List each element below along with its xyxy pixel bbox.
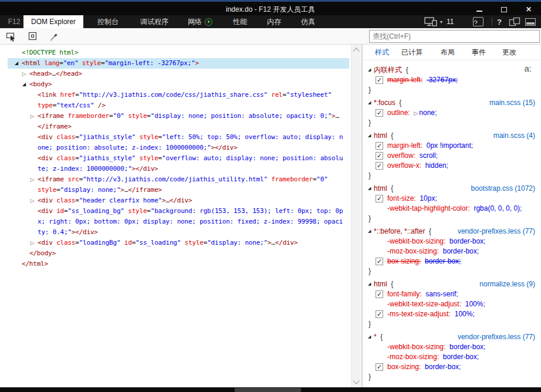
dom-tree-scrollbar[interactable]	[351, 45, 361, 387]
tab-label: 调试程序	[140, 17, 168, 27]
f12-menu-button[interactable]: F12	[5, 15, 23, 28]
styles-tab-styles[interactable]: 样式	[375, 45, 389, 60]
open-console-button[interactable]	[473, 15, 483, 28]
dom-tree-node[interactable]: ◢<html lang="en" style="margin-left: -32…	[0, 58, 351, 69]
property-checkbox[interactable]: ✓	[376, 76, 383, 84]
dom-tree-node[interactable]: ▷<div class="header clearfix home">…</di…	[0, 195, 351, 206]
dom-tree-node[interactable]: ▷<iframe frameborder="0" style="display:…	[0, 111, 351, 121]
attribute-value-token: "stylesheet"	[286, 91, 332, 99]
minimize-button[interactable]	[472, 4, 487, 15]
dom-tree-node[interactable]: ▷<div class="loadingBg" id="ss_loading" …	[0, 238, 351, 248]
tab-console[interactable]: 控制台	[90, 15, 126, 28]
property-checkbox[interactable]: ✓	[376, 152, 383, 160]
help-button[interactable]: ?	[497, 15, 502, 28]
document-mode-selector[interactable]: ▾ 11	[424, 15, 454, 28]
dom-tree-node[interactable]: <!DOCTYPE html>	[0, 48, 351, 58]
property-checkbox[interactable]: ✓	[376, 195, 383, 202]
dom-tree-node[interactable]: x; right: 0px; bottom: 0px; display: non…	[0, 217, 351, 227]
dom-tree-node[interactable]: </iframe>	[0, 121, 351, 132]
dom-node-markup: <div class="jiathis_style" style="overfl…	[0, 153, 351, 164]
collapse-rule-icon[interactable]: ◢	[368, 131, 371, 141]
css-rules-list: ◢内联样式 {✓margin-left: -32767px;}◢*:focus …	[363, 60, 541, 387]
dom-tree-node[interactable]: ▷<iframe src="http://v3.jiathis.com/code…	[0, 174, 351, 185]
dom-tree-node[interactable]: te; z-index: 1000000000;"></div>	[0, 164, 351, 174]
collapse-rule-icon[interactable]: ◢	[368, 65, 371, 75]
dom-tree-node[interactable]: <div id="ss_loading_bg" style="backgroun…	[0, 206, 351, 217]
property-checkbox[interactable]: ✓	[376, 363, 383, 371]
select-element-button[interactable]	[5, 30, 19, 43]
dom-tree-node[interactable]: <link href="http://v3.jiathis.com/code/c…	[0, 90, 351, 100]
collapse-rule-icon[interactable]: ◢	[368, 98, 371, 108]
dom-node-markup: <iframe frameborder="0" style="display: …	[0, 111, 351, 121]
dom-tree-node[interactable]: style="display: none;">…</iframe>	[0, 185, 351, 195]
property-name: margin-left:	[387, 141, 422, 150]
close-button[interactable]: ✕	[521, 4, 536, 15]
collapse-rule-icon[interactable]: ◢	[368, 332, 371, 342]
dom-tree-node[interactable]: </html>	[0, 259, 351, 269]
attribute-name-token: id	[56, 207, 64, 215]
property-value: border-box;	[449, 237, 485, 245]
property-checkbox[interactable]: ✓	[376, 290, 383, 298]
scroll-up-icon[interactable]	[353, 48, 359, 54]
collapse-rule-icon[interactable]: ◢	[368, 184, 371, 194]
styles-tab-layout[interactable]: 布局	[441, 45, 455, 60]
property-checkbox[interactable]: ✓	[376, 142, 383, 150]
scroll-down-icon[interactable]	[353, 377, 359, 384]
property-checkbox[interactable]: ✓	[376, 310, 383, 318]
property-checkbox[interactable]: ✓	[376, 162, 383, 170]
maximize-button[interactable]	[496, 4, 512, 15]
attribute-name-token: style	[139, 133, 158, 141]
expand-value-icon[interactable]: ▷	[414, 110, 418, 116]
stylesheet-link[interactable]: main.scss (4)	[493, 131, 535, 141]
css-property-row: -webkit-box-sizing: border-box;	[363, 236, 541, 246]
dock-button[interactable]	[525, 15, 536, 28]
property-checkbox[interactable]: ✓	[376, 258, 383, 265]
tag-token: ></div>	[72, 228, 98, 236]
stylesheet-link[interactable]: vendor-prefixes.less (77)	[458, 332, 535, 342]
dom-node-markup: </iframe>	[0, 121, 351, 132]
stylesheet-link[interactable]: main.scss (15)	[489, 98, 535, 108]
css-declaration: -moz-box-sizing: border-box;	[363, 352, 541, 362]
styles-tab-computed[interactable]: 已计算	[401, 45, 422, 60]
dom-tree-node[interactable]: <div class="jiathis_style" style="overfl…	[0, 153, 351, 164]
property-value: border-box;	[443, 353, 479, 361]
stylesheet-link[interactable]: bootstrap.css (1072)	[471, 184, 535, 194]
css-rule: ◢html {main.scss (4)✓margin-left: 0px !i…	[363, 131, 541, 181]
tab-debugger[interactable]: 调试程序	[134, 15, 175, 28]
dom-tree-node[interactable]: ◢<body>	[0, 79, 351, 90]
collapse-rule-icon[interactable]: ◢	[368, 227, 371, 236]
collapse-rule-icon[interactable]: ◢	[368, 279, 371, 289]
property-value: 10px;	[420, 194, 437, 202]
dom-tree-node[interactable]: ▷<head>…</head>	[0, 69, 351, 79]
styles-tab-events[interactable]: 事件	[472, 45, 486, 60]
tab-emulation[interactable]: 仿真	[293, 15, 323, 28]
search-input[interactable]	[369, 30, 540, 43]
property-value: sans-serif;	[425, 290, 458, 298]
attribute-name-token: style	[185, 239, 204, 246]
tag-token: </iframe>	[38, 123, 72, 130]
stylesheet-link[interactable]: normalize.less (9)	[479, 279, 535, 289]
color-picker-button[interactable]	[47, 30, 61, 43]
unpin-window-button[interactable]	[509, 15, 521, 28]
tab-network[interactable]: 网络	[181, 15, 219, 28]
tag-token: </iframe>	[128, 186, 162, 194]
css-property-row: ✓margin-left: -32767px;	[363, 75, 541, 85]
dom-tree-node[interactable]: ty: 0.4;"></div>	[0, 227, 351, 238]
attribute-value-token: "margin-left: -32767px;"	[104, 59, 195, 67]
dom-tree-node[interactable]: <div class="jiathis_style" style="left: …	[0, 132, 351, 143]
css-declaration: margin-left: -32767px;	[363, 75, 541, 85]
css-property-row: ✓font-family: sans-serif;	[363, 289, 541, 299]
highlight-elements-button[interactable]	[26, 30, 40, 43]
stylesheet-link[interactable]: vendor-prefixes.less (77)	[458, 227, 535, 236]
dom-node-markup: ty: 0.4;"></div>	[0, 227, 351, 238]
dom-tree-node[interactable]: </body>	[0, 248, 351, 259]
tab-memory[interactable]: 内存	[259, 15, 289, 28]
tab-performance[interactable]: 性能	[225, 15, 255, 28]
dom-tree-node[interactable]: one; position: absolute; z-index: 100000…	[0, 143, 351, 153]
dom-tree-node[interactable]: type="text/css" />	[0, 100, 351, 111]
tab-dom-explorer[interactable]: DOM Explorer	[23, 15, 83, 28]
property-checkbox[interactable]: ✓	[376, 109, 383, 117]
styles-tab-changes[interactable]: 更改	[502, 45, 516, 60]
attribute-name-token: style	[38, 186, 56, 194]
css-selector: *::before, *::after	[363, 227, 425, 235]
